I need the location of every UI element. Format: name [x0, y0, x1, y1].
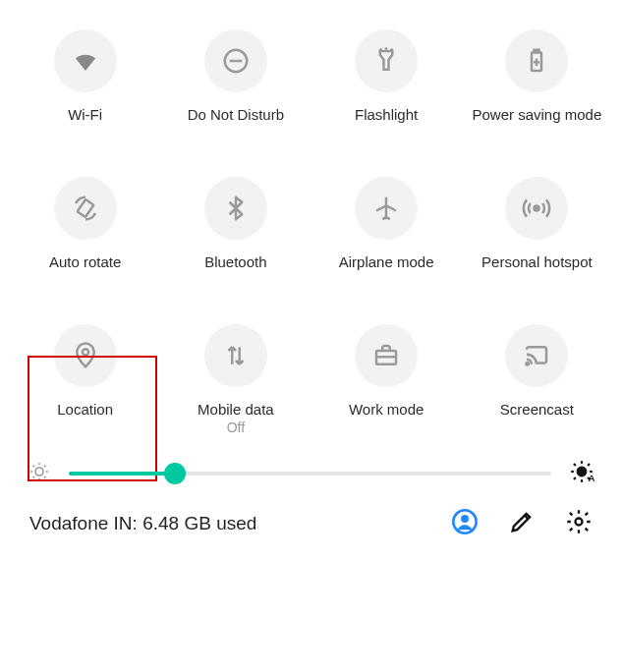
svg-line-29 [574, 464, 576, 466]
tile-autorotate[interactable]: Auto rotate [10, 177, 160, 270]
footer-row: Vodafone IN: 6.48 GB used [0, 488, 622, 539]
brightness-thumb[interactable] [164, 463, 186, 484]
tile-hotspot[interactable]: Personal hotspot [462, 177, 612, 270]
svg-point-35 [461, 515, 469, 523]
svg-line-32 [588, 464, 590, 466]
svg-point-14 [527, 363, 530, 365]
tile-label: Work mode [349, 401, 424, 418]
mobiledata-icon [204, 324, 267, 387]
tile-label: Location [57, 401, 113, 418]
brightness-row: A [0, 445, 622, 488]
battery-plus-icon [505, 29, 568, 92]
settings-gear-icon[interactable] [565, 508, 593, 539]
edit-icon[interactable] [508, 508, 536, 539]
tile-flashlight[interactable]: Flashlight [311, 29, 462, 123]
tile-label: Do Not Disturb [188, 106, 284, 123]
svg-line-4 [391, 49, 392, 51]
footer-actions [451, 508, 593, 539]
svg-line-22 [33, 476, 35, 478]
svg-point-36 [576, 519, 583, 526]
tile-label: Power saving mode [473, 106, 602, 123]
autorotate-icon [54, 177, 117, 240]
tile-dnd[interactable]: Do Not Disturb [160, 29, 311, 123]
tile-airplane[interactable]: Airplane mode [311, 177, 462, 270]
quick-settings-grid: Wi-Fi Do Not Disturb Flashlight Power sa… [0, 0, 622, 445]
svg-rect-9 [77, 199, 93, 217]
cast-icon [505, 324, 568, 387]
svg-point-11 [83, 349, 88, 355]
tile-workmode[interactable]: Work mode [311, 324, 462, 435]
svg-line-20 [33, 466, 35, 468]
brightness-fill [69, 472, 175, 476]
tile-label: Mobile data [198, 401, 274, 418]
svg-line-3 [380, 49, 381, 51]
tile-mobiledata[interactable]: Mobile data Off [160, 324, 311, 435]
svg-point-15 [35, 468, 43, 476]
tile-wifi[interactable]: Wi-Fi [10, 29, 160, 123]
brightness-slider[interactable] [69, 472, 551, 476]
svg-point-24 [577, 467, 588, 477]
dnd-icon [204, 29, 267, 92]
svg-rect-6 [535, 50, 539, 53]
tile-label: Flashlight [355, 106, 418, 123]
carrier-usage-text[interactable]: Vodafone IN: 6.48 GB used [29, 513, 451, 534]
tile-label: Bluetooth [204, 253, 266, 270]
svg-line-31 [574, 477, 576, 479]
brightness-auto-icon: A [569, 459, 594, 488]
location-pin-icon [54, 324, 117, 387]
tile-sublabel: Off [227, 420, 245, 435]
bluetooth-icon [204, 177, 267, 240]
tile-screencast[interactable]: Screencast [462, 324, 612, 435]
tile-powersave[interactable]: Power saving mode [462, 29, 612, 123]
briefcase-icon [355, 324, 418, 387]
airplane-icon [355, 177, 418, 240]
wifi-icon [54, 29, 117, 92]
tile-label: Screencast [500, 401, 574, 418]
svg-point-10 [535, 206, 539, 211]
tile-label: Personal hotspot [481, 253, 593, 270]
tile-location[interactable]: Location [10, 324, 160, 435]
tile-label: Auto rotate [49, 253, 121, 270]
tile-bluetooth[interactable]: Bluetooth [160, 177, 311, 270]
svg-line-23 [44, 466, 46, 468]
flashlight-icon [355, 29, 418, 92]
user-icon[interactable] [451, 508, 479, 539]
brightness-low-icon [28, 460, 51, 487]
hotspot-icon [505, 177, 568, 240]
svg-text:A: A [589, 473, 595, 483]
tile-label: Wi-Fi [68, 106, 102, 123]
svg-line-21 [44, 476, 46, 478]
tile-label: Airplane mode [339, 253, 434, 270]
